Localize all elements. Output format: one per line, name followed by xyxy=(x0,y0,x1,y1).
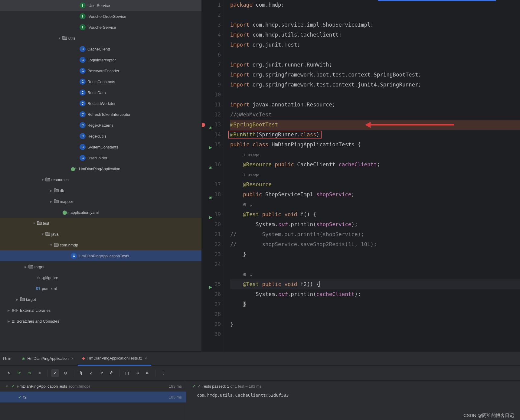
chevron-down-icon[interactable]: ▼ xyxy=(31,222,37,225)
tree-item-redisdata[interactable]: CRedisData xyxy=(0,87,201,98)
tree-item-refreshtokeninterceptor[interactable]: CRefreshTokenInterceptor xyxy=(0,109,201,120)
class-icon: C xyxy=(80,46,86,52)
run-tab-test[interactable]: ◆ HmDianPingApplicationTests.f2 × xyxy=(78,352,151,366)
code-line xyxy=(230,329,520,339)
code-line: import com.hmdp.utils.CacheClientt; xyxy=(230,30,520,40)
code-line: package com.hmdp; xyxy=(230,0,520,10)
tree-item-label: com.hmdp xyxy=(60,243,78,247)
more-icon[interactable]: ⋮ xyxy=(159,369,167,377)
run-test-icon[interactable]: ▶ xyxy=(207,212,212,217)
test-method-name: f2 xyxy=(23,395,27,399)
tree-item-hmdianpingapplicationtests[interactable]: CHmDianPingApplicationTests xyxy=(0,250,201,261)
tree-item-label: application.yaml xyxy=(70,210,99,215)
tree-item-hmdianpingapplication[interactable]: ⬤ᵏHmDianPingApplication xyxy=(0,163,201,174)
folder-icon xyxy=(54,199,59,204)
class-icon: C xyxy=(80,133,86,139)
run-test-icon[interactable]: ▶ xyxy=(207,282,212,287)
spring-bean-icon[interactable]: ❀ xyxy=(207,162,212,167)
tree-item-redisidworkder[interactable]: CRedisIdWorkder xyxy=(0,98,201,109)
tree-item-label: UserHolder xyxy=(87,156,107,160)
yaml-icon: ⬤ᵧ xyxy=(62,210,69,215)
chevron-right-icon[interactable]: ▶ xyxy=(15,298,20,301)
tree-item-regexpatterns[interactable]: CRegexPatterns xyxy=(0,120,201,131)
class-icon: C xyxy=(80,57,86,63)
tree-item-application-yaml[interactable]: ⬤ᵧapplication.yaml xyxy=(0,207,201,218)
folder-icon xyxy=(54,188,59,193)
tree-item-utils[interactable]: ▼ utils xyxy=(0,33,201,44)
test-node-root[interactable]: ▼ ✓ HmDianPingApplicationTests (com.hmdp… xyxy=(0,381,186,392)
tree-item-test[interactable]: ▼ test xyxy=(0,218,201,229)
tree-item-label: IVoucherOrderService xyxy=(87,14,126,19)
tree-item-regexutils[interactable]: CRegexUtils xyxy=(0,131,201,142)
chevron-right-icon[interactable]: ▶ xyxy=(6,309,11,312)
tree-item-java[interactable]: ▼ java xyxy=(0,229,201,239)
tree-item-logininterceptor[interactable]: CLoginInterceptor xyxy=(0,54,201,65)
tree-item--gitignore[interactable]: ⊘.gitignore xyxy=(0,272,201,283)
code-line: @Test public void f2() {​ xyxy=(230,279,520,289)
test-class-name: HmDianPingApplicationTests xyxy=(17,384,67,389)
toggle-auto-icon[interactable]: ⟲ xyxy=(25,369,33,377)
tree-item-ivoucherservice[interactable]: IIVoucherService xyxy=(0,22,201,33)
chevron-down-icon[interactable]: ▼ xyxy=(40,233,45,236)
stop-icon[interactable]: ■ xyxy=(36,369,44,377)
chevron-right-icon[interactable]: ▶ xyxy=(48,189,54,192)
show-passed-icon[interactable]: ✓ xyxy=(51,369,59,377)
code-line: ⚙ ⌄ xyxy=(230,200,520,210)
code-line xyxy=(230,50,520,60)
tree-item-userholder[interactable]: CUserHolder xyxy=(0,152,201,163)
spring-bean-icon[interactable]: ❀ xyxy=(207,122,212,127)
tree-item-com-hmdp[interactable]: ▼ com.hmdp xyxy=(0,239,201,250)
tree-item-redisconstants[interactable]: CRedisConstants xyxy=(0,76,201,87)
breakpoint-icon[interactable] xyxy=(202,123,205,127)
chevron-right-icon[interactable]: ▶ xyxy=(48,200,54,203)
tree-item-target[interactable]: ▶ target xyxy=(0,294,201,305)
test-node-child[interactable]: ✓ f2 183 ms xyxy=(0,392,186,402)
chevron-down-icon[interactable]: ▼ xyxy=(57,37,62,40)
tree-item-pom-xml[interactable]: mpom.xml xyxy=(0,283,201,294)
folder-icon xyxy=(54,243,59,248)
tree-item-external-libraries[interactable]: ▶⊪⊪External Libraries xyxy=(0,305,201,316)
tree-item-label: target xyxy=(34,265,44,269)
run-tab-label: HmDianPingApplication xyxy=(28,356,69,361)
code-line: // System.out.println(shopService); xyxy=(230,230,520,239)
spring-bean-icon[interactable]: ❀ xyxy=(207,192,212,197)
chevron-right-icon[interactable]: ▶ xyxy=(6,320,11,323)
history-icon[interactable]: ⏱ xyxy=(108,369,116,377)
test-results-tree[interactable]: ▼ ✓ HmDianPingApplicationTests (com.hmdp… xyxy=(0,381,186,420)
tree-item-target[interactable]: ▶ target xyxy=(0,261,201,272)
tree-item-mapper[interactable]: ▶ mapper xyxy=(0,196,201,207)
screenshot-icon[interactable]: ◫ xyxy=(123,369,131,377)
tree-item-label: RedisIdWorkder xyxy=(87,101,116,106)
chevron-down-icon[interactable]: ▼ xyxy=(48,243,54,247)
rerun-icon[interactable]: ↻ xyxy=(5,369,13,377)
tree-item-scratches-and-consoles[interactable]: ▶≣Scratches and Consoles xyxy=(0,316,201,327)
tree-item-cacheclientt[interactable]: CCacheClientt xyxy=(0,44,201,54)
chevron-down-icon[interactable]: ▼ xyxy=(40,178,45,181)
chevron-down-icon[interactable]: ▼ xyxy=(4,385,10,388)
collapse-icon[interactable]: ↗ xyxy=(97,369,105,377)
test-pass-icon: ✓ xyxy=(192,384,196,389)
tree-item-resources[interactable]: ▼ resources xyxy=(0,174,201,185)
tree-item-db[interactable]: ▶ db xyxy=(0,185,201,196)
test-pass-icon: ✓ xyxy=(11,384,15,389)
project-tree[interactable]: IIUserServiceIIVoucherOrderServiceIIVouc… xyxy=(0,0,202,351)
close-icon[interactable]: × xyxy=(145,356,147,360)
tree-item-passwordencoder[interactable]: CPasswordEncoder xyxy=(0,65,201,76)
tree-item-iuserservice[interactable]: IIUserService xyxy=(0,0,201,11)
run-test-icon[interactable]: ▶ xyxy=(207,142,212,147)
chevron-right-icon[interactable]: ▶ xyxy=(23,265,28,269)
run-panel[interactable]: Run ❀ HmDianPingApplication × ◆ HmDianPi… xyxy=(0,351,520,420)
expand-icon[interactable]: ↙ xyxy=(87,369,95,377)
tree-item-systemconstants[interactable]: CSystemConstants xyxy=(0,142,201,152)
run-tab-app[interactable]: ❀ HmDianPingApplication × xyxy=(18,352,78,366)
import-icon[interactable]: ⇥ xyxy=(133,369,141,377)
code-line: @RunWith(SpringRunner.class) xyxy=(230,130,520,140)
close-icon[interactable]: × xyxy=(71,356,74,361)
sort-icon[interactable]: ⇅ xyxy=(77,369,85,377)
show-ignored-icon[interactable]: ⊘ xyxy=(61,369,69,377)
export-icon[interactable]: ⇤ xyxy=(144,369,152,377)
rerun-failed-icon[interactable]: ⟳ xyxy=(15,369,23,377)
tree-item-ivoucherorderservice[interactable]: IIVoucherOrderService xyxy=(0,11,201,22)
code-editor[interactable]: 123456789101112❀1314▶15❀1617❀18▶19202122… xyxy=(202,0,520,351)
folder-icon xyxy=(62,36,67,41)
